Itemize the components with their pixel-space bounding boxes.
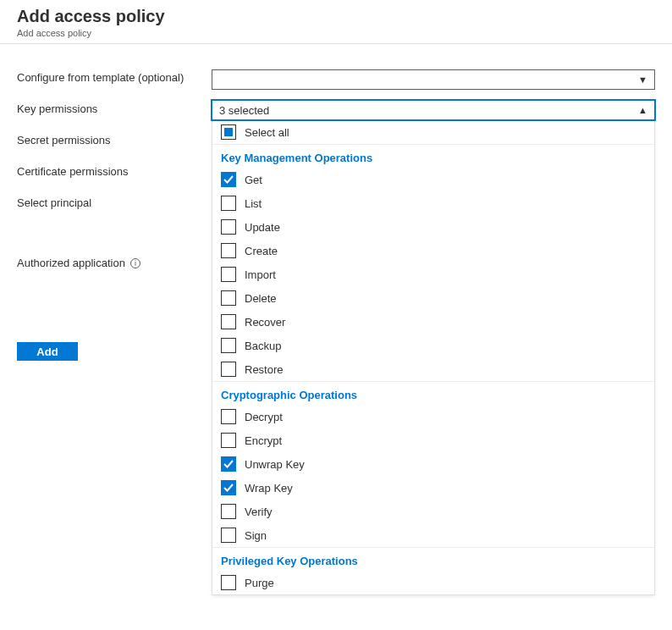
dropdown-item[interactable]: Unwrap Key xyxy=(212,452,654,476)
checkbox[interactable] xyxy=(221,172,236,187)
dropdown-item[interactable]: Verify xyxy=(212,500,654,523)
checkbox[interactable] xyxy=(221,124,236,140)
add-button[interactable]: Add xyxy=(17,342,78,361)
dropdown-item-label: Unwrap Key xyxy=(245,458,305,471)
dropdown-item[interactable]: Update xyxy=(212,215,654,239)
dropdown-section-header: Cryptographic Operations xyxy=(212,381,654,405)
left-column: Configure from template (optional) Key p… xyxy=(17,69,212,595)
dropdown-item-label: List xyxy=(245,197,262,210)
checkbox[interactable] xyxy=(221,575,236,590)
label-certificate-permissions: Certificate permissions xyxy=(17,165,212,178)
chevron-up-icon: ▲ xyxy=(638,105,647,115)
label-configure-template: Configure from template (optional) xyxy=(17,71,212,84)
dropdown-item[interactable]: Restore xyxy=(212,357,654,381)
dropdown-item-label: Encrypt xyxy=(245,434,282,447)
chevron-down-icon: ▼ xyxy=(638,75,647,85)
dropdown-select-all[interactable]: Select all xyxy=(212,120,654,144)
checkbox[interactable] xyxy=(221,528,236,543)
dropdown-item[interactable]: Recover xyxy=(212,310,654,334)
checkbox[interactable] xyxy=(221,267,236,282)
dropdown-item[interactable]: Sign xyxy=(212,523,654,547)
dropdown-item-label: Purge xyxy=(245,577,274,589)
label-secret-permissions: Secret permissions xyxy=(17,134,212,146)
dropdown-item-label: Get xyxy=(245,174,262,186)
key-permissions-select[interactable]: 3 selected ▲ xyxy=(212,100,655,120)
configure-template-select[interactable]: ▼ xyxy=(212,69,655,90)
dropdown-item[interactable]: Get xyxy=(212,168,654,191)
info-icon[interactable]: i xyxy=(130,258,140,268)
dropdown-item-label: Decrypt xyxy=(245,411,283,423)
checkbox[interactable] xyxy=(221,409,236,424)
dropdown-item-label: Import xyxy=(245,268,276,281)
checkbox[interactable] xyxy=(221,433,236,448)
dropdown-item[interactable]: Encrypt xyxy=(212,428,654,452)
dropdown-item-label: Restore xyxy=(245,363,284,376)
page-header: Add access policy Add access policy xyxy=(0,0,672,44)
dropdown-item[interactable]: Wrap Key xyxy=(212,476,654,500)
dropdown-item-label: Wrap Key xyxy=(245,482,293,495)
checkbox[interactable] xyxy=(221,314,236,329)
checkbox[interactable] xyxy=(221,196,236,211)
authorized-application-text: Authorized application xyxy=(17,257,125,269)
checkbox[interactable] xyxy=(221,362,236,377)
content-area: Configure from template (optional) Key p… xyxy=(0,44,672,612)
dropdown-item-label: Recover xyxy=(245,316,285,329)
dropdown-item[interactable]: Create xyxy=(212,239,654,262)
dropdown-item[interactable]: List xyxy=(212,191,654,215)
label-authorized-application: Authorized application i xyxy=(17,257,212,269)
checkbox[interactable] xyxy=(221,243,236,258)
dropdown-item[interactable]: Delete xyxy=(212,286,654,310)
dropdown-item-label: Update xyxy=(245,221,280,234)
select-all-label: Select all xyxy=(245,126,289,139)
dropdown-item[interactable]: Decrypt xyxy=(212,405,654,428)
dropdown-item-label: Create xyxy=(245,245,278,257)
dropdown-item[interactable]: Backup xyxy=(212,334,654,357)
dropdown-section-header: Key Management Operations xyxy=(212,144,654,168)
label-key-permissions: Key permissions xyxy=(17,102,212,115)
dropdown-item-label: Verify xyxy=(245,506,273,518)
page-subtitle: Add access policy xyxy=(17,28,655,38)
dropdown-item[interactable]: Purge xyxy=(212,571,654,594)
checkbox[interactable] xyxy=(221,290,236,306)
right-column: ▼ 3 selected ▲ Select allKey Management … xyxy=(212,69,655,595)
dropdown-item-label: Sign xyxy=(245,529,267,542)
dropdown-item-label: Delete xyxy=(245,292,277,305)
key-permissions-dropdown: Select allKey Management OperationsGetLi… xyxy=(212,120,655,595)
checkbox[interactable] xyxy=(221,219,236,235)
page-title: Add access policy xyxy=(17,7,655,26)
checkbox[interactable] xyxy=(221,504,236,519)
checkbox[interactable] xyxy=(221,456,236,472)
checkbox[interactable] xyxy=(221,480,236,495)
label-select-principal: Select principal xyxy=(17,196,212,209)
checkbox[interactable] xyxy=(221,338,236,353)
dropdown-item-label: Backup xyxy=(245,340,281,352)
dropdown-item[interactable]: Import xyxy=(212,262,654,286)
key-permissions-value: 3 selected xyxy=(219,104,269,117)
dropdown-section-header: Privileged Key Operations xyxy=(212,547,654,571)
